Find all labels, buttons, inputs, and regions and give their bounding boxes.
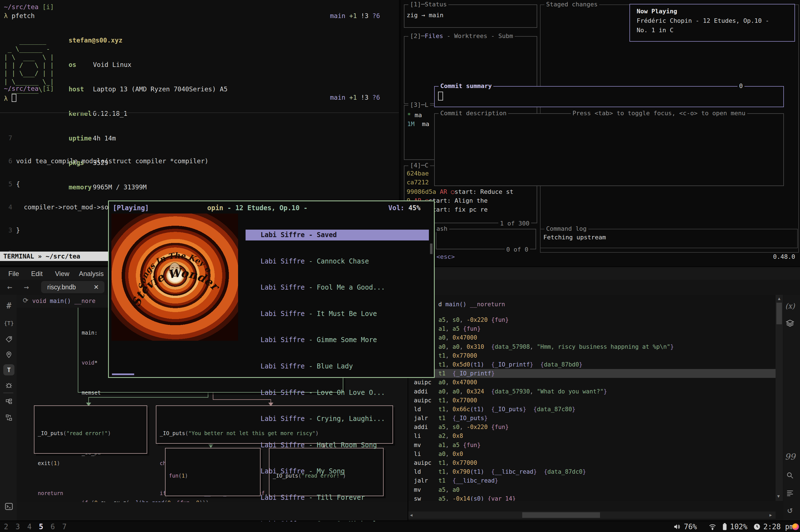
menu-view[interactable]: View — [55, 270, 70, 278]
hierarchy-icon[interactable] — [3, 397, 15, 407]
gitui-window[interactable]: [1]─Status zig → main Staged changes [2]… — [401, 0, 800, 266]
asm-row[interactable]: auipc t1, 0x77000 — [408, 458, 776, 467]
terminal-panel-icon[interactable] — [3, 501, 15, 512]
menu-edit[interactable]: Edit — [31, 270, 42, 278]
asm-row[interactable]: ld t1, 0x790(t1) {__libc_read} {data_87d… — [408, 467, 776, 476]
asm-row[interactable]: li a0, 0x0 — [408, 450, 776, 458]
playlist-row[interactable]: Labi Siffre - Crying, Laughi... — [245, 414, 429, 424]
asm-row[interactable]: addi a0, a0, 0x324 {data_57930, "What do… — [408, 387, 776, 396]
search-icon[interactable] — [783, 469, 797, 481]
bn-right-sidebar: (x) 99 ↺ — [783, 295, 800, 520]
git-branch-state: zig → main — [407, 12, 443, 19]
nav-forward-icon[interactable]: → — [24, 282, 29, 292]
asm-row[interactable]: ld t1, 0x66c(t1) {_IO_puts} {data_87c80} — [408, 405, 776, 414]
album-art: Songs In The Key of Life Stevie Wonder — [111, 213, 238, 341]
git-branch-row[interactable]: 1M ma — [407, 120, 429, 128]
asm-row[interactable]: a1, a5 {fun} — [408, 324, 776, 333]
playlist-row-selected[interactable]: Labi Siffre - Saved — [245, 230, 429, 241]
asm-row[interactable]: mv a1, a5 {fun} — [408, 441, 776, 450]
text-view-icon[interactable]: T — [3, 364, 15, 375]
scroll-up-icon[interactable]: ▲ — [776, 296, 783, 301]
commit-hash[interactable]: ca7212 — [407, 179, 429, 186]
playback-progress — [112, 374, 134, 375]
playlist-row[interactable]: Labi Siffre - Cannock Chase — [245, 256, 429, 267]
nav-back-icon[interactable]: ← — [7, 282, 12, 292]
playlist-row[interactable]: Labi Siffre - Blue Lady — [245, 361, 429, 372]
scroll-right-icon[interactable]: ▶ — [769, 513, 772, 517]
workspace-7[interactable]: 7 — [62, 522, 67, 531]
wifi-icon[interactable] — [709, 523, 716, 532]
quotes-icon[interactable]: 99 — [783, 450, 797, 462]
log-lines-icon[interactable] — [783, 487, 797, 499]
asm-row[interactable]: a5, s0, -0x220 {fun} — [408, 316, 776, 324]
playlist-row[interactable]: Labi Siffre - Hotel Room Song — [245, 440, 429, 451]
workspace-5-active[interactable]: 5 — [39, 522, 43, 531]
workspace-4[interactable]: 4 — [27, 522, 32, 531]
volume-icon[interactable] — [673, 523, 681, 532]
disassembly-listing[interactable]: a5, s0, -0x220 {fun} a1, a5 {fun} a0, 0x… — [408, 316, 776, 501]
breadcrumb-function[interactable]: void main() __nore — [32, 298, 96, 304]
asm-row[interactable]: t1, 0x5d0(t1) {_IO_printf} {data_87bd0} — [408, 360, 776, 369]
git-stash-panel[interactable]: ash 0 of 0 — [436, 229, 536, 249]
workspace-2[interactable]: 2 — [4, 522, 8, 531]
types-icon[interactable]: {T} — [3, 318, 15, 329]
asm-row[interactable]: jalr t1 {_IO_puts} — [408, 414, 776, 423]
menu-analysis[interactable]: Analysis — [79, 270, 104, 278]
asm-row[interactable]: t1, 0x77000 — [408, 351, 776, 360]
now-playing-notification[interactable]: Now Playing Frédéric Chopin - 12 Etudes,… — [630, 4, 795, 42]
battery-icon[interactable] — [722, 523, 727, 532]
commit-hash[interactable]: 624bae — [407, 170, 429, 177]
menu-file[interactable]: File — [8, 270, 19, 278]
asm-row[interactable]: auipc t1, 0x77000 — [408, 396, 776, 405]
workspace-6[interactable]: 6 — [51, 522, 55, 531]
layers-icon[interactable] — [783, 317, 797, 329]
asm-row[interactable]: sw a5, -0x14(s0) {var_14} — [408, 494, 776, 501]
tray-color-dot[interactable] — [792, 524, 799, 530]
prompt-path: ~/src/tea [i] — [4, 3, 54, 11]
vertical-scrollbar[interactable]: ▲ ▼ — [776, 295, 783, 501]
commit-summary-popup[interactable]: Commit summary 0 — [434, 86, 784, 107]
git-cmdlog-panel[interactable]: Command log Fetching upstream — [540, 229, 798, 248]
commit-description-popup[interactable]: Commit description Press <tab> to toggle… — [434, 113, 784, 186]
debugger-bug-icon[interactable] — [3, 380, 15, 391]
playlist[interactable]: Labi Siffre - Saved Labi Siffre - Cannoc… — [245, 214, 429, 532]
asm-row[interactable]: li a2, 0x8 — [408, 432, 776, 440]
playlist-row[interactable]: Labi Siffre - Till Forever — [245, 492, 429, 503]
asm-row[interactable]: auipc a0, 0x47000 — [408, 378, 776, 387]
fetch-user: stefan@s00.xyz — [69, 36, 227, 44]
refresh-icon[interactable]: ⟳ — [23, 297, 28, 304]
commit-row[interactable]: 99086d5a AR ○start: Reduce st — [407, 188, 513, 195]
history-icon[interactable]: ↺ — [783, 504, 797, 516]
scroll-down-icon[interactable]: ▼ — [777, 494, 780, 499]
symbols-icon[interactable]: # — [3, 300, 15, 311]
playlist-row[interactable]: Labi Siffre - Gimme Some More — [245, 335, 429, 345]
graph-node-read-error[interactable]: _IO_puts("read error!") exit(1) noreturn… — [34, 405, 147, 454]
asm-row[interactable]: addi a5, s0, -0x220 {fun} — [408, 423, 776, 432]
player-state: [Playing] — [113, 204, 149, 212]
linear-view[interactable]: d main() __noreturn a5, s0, -0x220 {fun}… — [408, 295, 776, 501]
commit-summary-input[interactable] — [438, 92, 443, 100]
asm-row-selected[interactable]: t1 {_IO_printf} — [408, 369, 776, 378]
asm-row[interactable]: mv a5, a0 — [408, 486, 776, 494]
location-pin-icon[interactable] — [3, 349, 15, 360]
asm-row[interactable]: a0, 0x47000 — [408, 333, 776, 342]
git-status-panel[interactable]: [1]─Status zig → main — [404, 4, 537, 28]
playlist-row[interactable]: Labi Siffre - Fool Me a Good... — [245, 282, 429, 293]
asm-row[interactable]: jalr t1 {__libc_read} — [408, 476, 776, 485]
commit-count: 1 of 300 — [498, 220, 531, 227]
variables-icon[interactable]: (x) — [783, 300, 797, 312]
minigraph-icon[interactable] — [3, 412, 15, 423]
asm-row[interactable]: a0, a0, 0x310 {data_57908, "Hmm, riscy b… — [408, 342, 776, 351]
desktop: ~/src/tea [i] λ pfetch main +1 !3 ?6 ___… — [0, 0, 800, 532]
horizontal-scrollbar[interactable]: ◀ ▶ — [408, 511, 776, 519]
playlist-row[interactable]: Labi Siffre - My Song — [245, 466, 429, 477]
tab-close-icon[interactable]: ✕ — [94, 281, 99, 293]
playlist-scrollbar-thumb[interactable] — [430, 244, 432, 254]
playlist-row[interactable]: Labi Siffre - Love Oh Love O... — [245, 387, 429, 398]
workspace-3[interactable]: 3 — [16, 522, 20, 531]
tag-icon[interactable] — [3, 334, 15, 345]
music-player-window[interactable]: [Playing] opin - 12 Etudes, Op.10 - Vol:… — [108, 201, 435, 378]
playlist-row[interactable]: Labi Siffre - It Must Be Love — [245, 308, 429, 319]
tab-riscy[interactable]: riscy.bndb ✕ — [41, 281, 105, 293]
git-branch-row[interactable]: * ma — [407, 112, 422, 118]
